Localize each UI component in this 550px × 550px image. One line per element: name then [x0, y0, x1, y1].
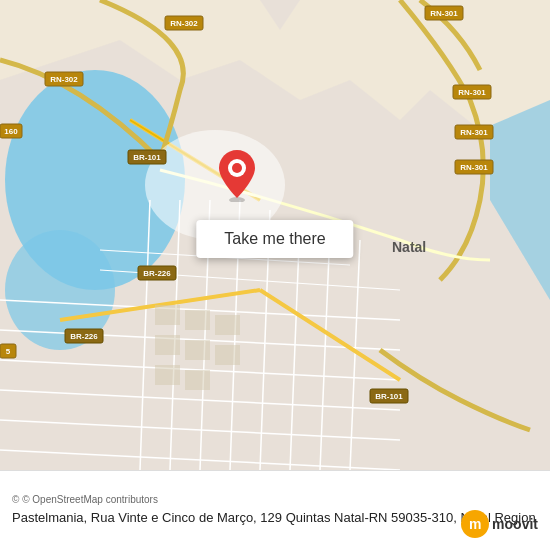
svg-text:BR-101: BR-101 — [133, 153, 161, 162]
take-me-there-button[interactable]: Take me there — [196, 220, 353, 258]
svg-text:160: 160 — [4, 127, 18, 136]
bottom-bar: © © OpenStreetMap contributors Pastelman… — [0, 470, 550, 550]
svg-rect-30 — [185, 340, 210, 360]
svg-text:5: 5 — [6, 347, 11, 356]
moovit-text: moovit — [492, 516, 538, 532]
svg-rect-27 — [185, 310, 210, 330]
svg-rect-28 — [215, 315, 240, 335]
svg-rect-31 — [215, 345, 240, 365]
svg-rect-32 — [155, 365, 180, 385]
osm-icon: © — [12, 494, 19, 505]
svg-text:RN-301: RN-301 — [460, 128, 488, 137]
moovit-logo: m moovit — [461, 510, 538, 538]
address-text: Pastelmania, Rua Vinte e Cinco de Março,… — [12, 509, 538, 527]
map-container: RN-302 RN-301 RN-302 160 BR-101 RN-301 R… — [0, 0, 550, 470]
svg-text:RN-301: RN-301 — [430, 9, 458, 18]
svg-text:BR-226: BR-226 — [70, 332, 98, 341]
svg-text:Natal: Natal — [392, 239, 426, 255]
svg-rect-33 — [185, 370, 210, 390]
svg-text:RN-302: RN-302 — [50, 75, 78, 84]
moovit-icon: m — [461, 510, 489, 538]
svg-text:RN-302: RN-302 — [170, 19, 198, 28]
svg-rect-29 — [155, 335, 180, 355]
svg-text:BR-101: BR-101 — [375, 392, 403, 401]
osm-credit: © © OpenStreetMap contributors — [12, 494, 538, 505]
svg-text:RN-301: RN-301 — [460, 163, 488, 172]
svg-point-62 — [232, 163, 242, 173]
location-pin — [215, 148, 259, 202]
svg-rect-26 — [155, 305, 180, 325]
svg-text:BR-226: BR-226 — [143, 269, 171, 278]
svg-text:RN-301: RN-301 — [458, 88, 486, 97]
osm-text: © OpenStreetMap contributors — [22, 494, 158, 505]
